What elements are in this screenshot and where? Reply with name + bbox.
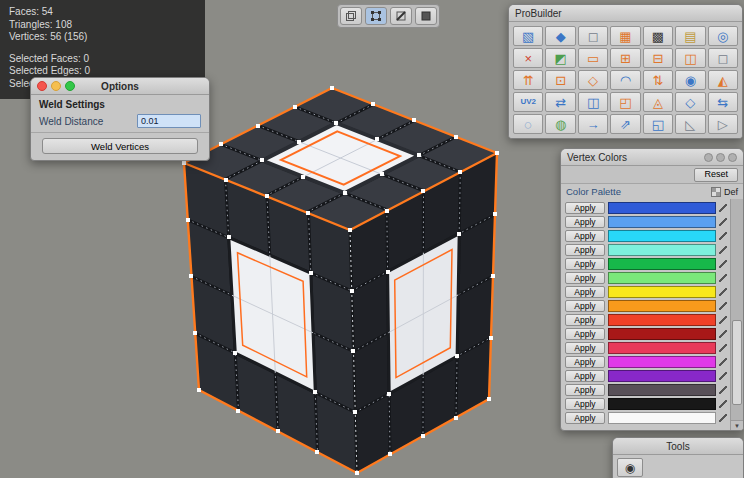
color-swatch[interactable] [608, 328, 716, 340]
fill-holes-tool-button[interactable]: ◍ [545, 114, 575, 134]
smart-subdivide-tool-button[interactable]: ◇ [675, 92, 705, 112]
apply-color-button[interactable]: Apply [565, 384, 605, 396]
vertex-handle[interactable] [219, 142, 223, 146]
vertex-handle[interactable] [265, 194, 269, 198]
vertex-handle[interactable] [309, 271, 313, 275]
vertex-handle[interactable] [375, 137, 379, 141]
vertex-handle[interactable] [197, 388, 201, 392]
subdivide-faces-tool-button[interactable]: ◬ [643, 92, 673, 112]
options-titlebar[interactable]: Options [31, 78, 209, 95]
center-pivot-tool-button[interactable]: ◎ [708, 26, 738, 46]
vertex-handle[interactable] [330, 86, 334, 90]
vertex-handle[interactable] [350, 289, 354, 293]
edit-color-icon[interactable] [719, 274, 727, 282]
vertex-colors-tool-button[interactable]: ▤ [675, 26, 705, 46]
vertex-handle[interactable] [224, 178, 228, 182]
vertex-handle[interactable] [182, 161, 186, 165]
apply-color-button[interactable]: Apply [565, 258, 605, 270]
apply-color-button[interactable]: Apply [565, 412, 605, 424]
vertex-handle[interactable] [493, 212, 497, 216]
vertex-handle[interactable] [189, 274, 193, 278]
select-holes-tool-button[interactable]: ◌ [513, 114, 543, 134]
edit-color-icon[interactable] [719, 358, 727, 366]
edit-color-icon[interactable] [719, 218, 727, 226]
color-swatch[interactable] [608, 216, 716, 228]
poly-shape-tool-button[interactable]: ◆ [545, 26, 575, 46]
vertex-handle[interactable] [297, 140, 301, 144]
window-dot-icon[interactable] [728, 153, 737, 162]
edit-color-icon[interactable] [719, 386, 727, 394]
color-swatch[interactable] [608, 300, 716, 312]
apply-color-button[interactable]: Apply [565, 216, 605, 228]
vertex-handle[interactable] [353, 410, 357, 414]
face-mode-button[interactable] [415, 7, 437, 25]
vertex-handle[interactable] [313, 390, 317, 394]
offset-elements-tool-button[interactable]: ◰ [610, 92, 640, 112]
apply-color-button[interactable]: Apply [565, 202, 605, 214]
window-dot-icon[interactable] [716, 153, 725, 162]
color-swatch[interactable] [608, 258, 716, 270]
vertex-handle[interactable] [491, 274, 495, 278]
edit-color-icon[interactable] [719, 330, 727, 338]
color-swatch[interactable] [608, 202, 716, 214]
weld-vertices-button[interactable]: Weld Vertices [42, 138, 198, 154]
apply-color-button[interactable]: Apply [565, 342, 605, 354]
edit-color-icon[interactable] [719, 232, 727, 240]
uv-editor-tool-button[interactable]: ▩ [643, 26, 673, 46]
vertex-mode-button[interactable] [365, 7, 387, 25]
vertex-handle[interactable] [457, 232, 461, 236]
tools-sphere-button[interactable]: ◉ [617, 458, 643, 477]
color-swatch[interactable] [608, 244, 716, 256]
merge-objects-tool-button[interactable]: × [513, 48, 543, 68]
vertex-handle[interactable] [233, 351, 237, 355]
minimize-button[interactable] [51, 81, 61, 91]
vertex-handle[interactable] [276, 429, 280, 433]
vertex-handle[interactable] [385, 209, 389, 213]
vertex-colors-titlebar[interactable]: Vertex Colors [561, 149, 743, 166]
apply-color-button[interactable]: Apply [565, 300, 605, 312]
color-swatch[interactable] [608, 398, 716, 410]
flip-normals-tool-button[interactable]: ▭ [578, 48, 608, 68]
scrollbar-thumb[interactable] [732, 320, 742, 406]
vertex-handle[interactable] [487, 397, 491, 401]
vertex-handle[interactable] [193, 331, 197, 335]
edit-color-icon[interactable] [719, 302, 727, 310]
vertex-handle[interactable] [293, 105, 297, 109]
vertex-handle[interactable] [489, 336, 493, 340]
edit-color-icon[interactable] [719, 204, 727, 212]
vertex-handle[interactable] [454, 135, 458, 139]
scroll-down-arrow-icon[interactable]: ▼ [731, 420, 743, 431]
zoom-button[interactable] [65, 81, 75, 91]
vertex-handle[interactable] [306, 211, 310, 215]
vertex-handle[interactable] [455, 354, 459, 358]
vertex-handle[interactable] [421, 434, 425, 438]
vertex-handle[interactable] [301, 175, 305, 179]
apply-color-button[interactable]: Apply [565, 328, 605, 340]
generate-uv2-tool-button[interactable]: UV2 [513, 92, 543, 112]
edge-mode-button[interactable] [390, 7, 412, 25]
vertex-handle[interactable] [334, 121, 338, 125]
window-dot-icon[interactable] [704, 153, 713, 162]
vertex-handle[interactable] [260, 158, 264, 162]
vertex-handle[interactable] [315, 450, 319, 454]
flip-triangles-tool-button[interactable]: ⇆ [708, 92, 738, 112]
color-swatch[interactable] [608, 230, 716, 242]
apply-color-button[interactable]: Apply [565, 398, 605, 410]
scrollbar[interactable]: ▼ [730, 199, 743, 431]
apply-color-button[interactable]: Apply [565, 314, 605, 326]
bevel-edges-tool-button[interactable]: ◇ [578, 70, 608, 90]
apply-color-button[interactable]: Apply [565, 356, 605, 368]
apply-color-button[interactable]: Apply [565, 272, 605, 284]
color-swatch[interactable] [608, 356, 716, 368]
vertex-handle[interactable] [495, 151, 499, 155]
collapse-vertices-tool-button[interactable]: ▷ [708, 114, 738, 134]
vertex-handle[interactable] [351, 349, 355, 353]
vertex-handle[interactable] [236, 409, 240, 413]
tools-titlebar[interactable]: Tools [613, 438, 743, 455]
vertex-handle[interactable] [387, 392, 391, 396]
color-swatch[interactable] [608, 314, 716, 326]
edit-color-icon[interactable] [719, 400, 727, 408]
color-swatch[interactable] [608, 412, 716, 424]
edit-color-icon[interactable] [719, 344, 727, 352]
vertex-handle[interactable] [227, 235, 231, 239]
